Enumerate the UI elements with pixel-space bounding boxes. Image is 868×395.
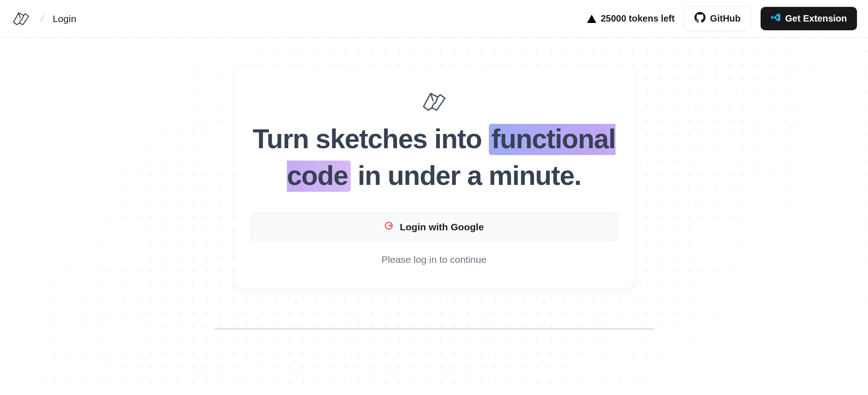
main-content: Turn sketches into functional code in un… <box>0 38 868 395</box>
tokens-counter: 25000 tokens left <box>587 13 675 24</box>
github-label: GitHub <box>710 13 741 24</box>
header-left: / Login <box>11 9 76 29</box>
app-header: / Login 25000 tokens left GitHub <box>0 0 868 38</box>
continue-text: Please log in to continue <box>251 254 617 265</box>
header-right: 25000 tokens left GitHub Get Extension <box>587 6 857 31</box>
headline-part2: in under a minute. <box>351 161 581 191</box>
github-icon <box>694 12 706 25</box>
github-button[interactable]: GitHub <box>684 6 751 31</box>
extension-label: Get Extension <box>785 13 847 24</box>
card-logo-icon <box>251 90 617 114</box>
get-ext必
-button[interactable]: Get Extension <box>761 7 857 30</box>
vscode-icon <box>771 12 781 25</box>
google-icon <box>384 221 393 233</box>
google-login-label: Login with Google <box>400 222 484 233</box>
tokens-text: 25000 tokens left <box>601 13 675 24</box>
bottom-divider <box>214 328 655 329</box>
app-logo-icon[interactable] <box>11 9 31 29</box>
login-google-button[interactable]: Login with Google <box>251 212 617 241</box>
headline: Turn sketches into functional code in un… <box>251 121 617 194</box>
breadcrumb-separator: / <box>39 12 45 25</box>
headline-part1: Turn sketches into <box>252 124 488 154</box>
vercel-icon <box>587 15 596 23</box>
breadcrumb-current: Login <box>53 13 76 24</box>
login-card: Turn sketches into functional code in un… <box>235 65 634 288</box>
